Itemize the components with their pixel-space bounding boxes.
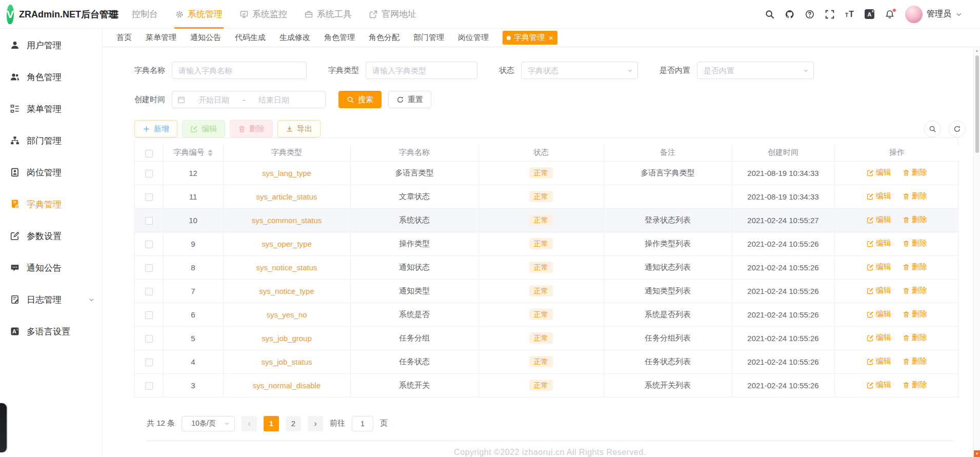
menu-fold-icon[interactable] <box>110 10 119 19</box>
table-row[interactable]: 4sys_job_status任务状态正常任务状态列表2021-02-24 10… <box>135 350 959 373</box>
row-checkbox[interactable] <box>145 382 153 390</box>
table-refresh-button[interactable] <box>949 121 966 137</box>
sidebar-item-角色管理[interactable]: 角色管理 <box>0 61 102 93</box>
sidebar-item-用户管理[interactable]: 用户管理 <box>0 29 102 61</box>
add-button[interactable]: 新增 <box>134 120 177 137</box>
scrollbar-thumb[interactable] <box>975 55 979 153</box>
scroll-up-arrow-icon[interactable]: ▲ <box>974 49 980 52</box>
tab-菜单管理[interactable]: 菜单管理 <box>146 33 176 43</box>
next-page-button[interactable]: › <box>308 416 323 431</box>
dict-type-link[interactable]: sys_oper_type <box>262 240 312 248</box>
table-row[interactable]: 11sys_article_status文章状态正常2021-08-19 10:… <box>135 185 959 208</box>
tab-字典管理[interactable]: 字典管理× <box>503 31 557 45</box>
table-row[interactable]: 9sys_oper_type操作类型正常操作类型列表2021-02-24 10:… <box>135 232 959 255</box>
delete-row-button[interactable]: 删除 <box>903 262 927 272</box>
delete-row-button[interactable]: 删除 <box>903 356 927 366</box>
tab-代码生成[interactable]: 代码生成 <box>235 33 266 43</box>
sidebar-item-通知公告[interactable]: 通知公告 <box>0 252 102 284</box>
builtin-select[interactable] <box>697 62 814 79</box>
topnav-item[interactable]: 系统监控 <box>231 0 296 29</box>
dict-type-link[interactable]: sys_lang_type <box>262 169 311 177</box>
sidebar-item-日志管理[interactable]: 日志管理 <box>0 284 102 315</box>
page-size-select[interactable] <box>182 416 235 431</box>
user-menu[interactable]: 管理员 <box>905 6 963 23</box>
row-checkbox[interactable] <box>145 359 153 366</box>
row-checkbox[interactable] <box>145 217 153 225</box>
row-checkbox[interactable] <box>145 335 153 343</box>
delete-row-button[interactable]: 删除 <box>903 286 927 295</box>
row-checkbox[interactable] <box>145 170 153 177</box>
edit-row-button[interactable]: 编辑 <box>867 286 891 295</box>
date-range-picker[interactable]: - <box>172 91 326 108</box>
row-checkbox[interactable] <box>145 311 153 319</box>
topnav-item[interactable]: 系统管理 <box>167 0 231 29</box>
sidebar-item-参数设置[interactable]: 参数设置 <box>0 220 102 252</box>
tab-角色分配[interactable]: 角色分配 <box>369 33 399 43</box>
dict-type-link[interactable]: sys_yes_no <box>266 310 307 319</box>
edit-row-button[interactable]: 编辑 <box>867 356 891 366</box>
app-logo-area[interactable]: V ZRAdmin.NET后台管理 <box>0 0 103 28</box>
delete-row-button[interactable]: 删除 <box>903 380 927 390</box>
sidebar-item-岗位管理[interactable]: 岗位管理 <box>0 156 102 188</box>
delete-row-button[interactable]: 删除 <box>903 239 927 248</box>
end-date-input[interactable] <box>247 95 301 104</box>
topnav-item[interactable]: 控制台 <box>123 0 167 29</box>
sidebar-item-字典管理[interactable]: 字典管理 <box>0 188 102 220</box>
edit-row-button[interactable]: 编辑 <box>867 380 891 390</box>
dict-type-link[interactable]: sys_notice_status <box>256 263 317 272</box>
table-row[interactable]: 12sys_lang_type多语言类型正常多语言字典类型2021-08-19 … <box>135 161 959 185</box>
tab-部门管理[interactable]: 部门管理 <box>413 33 444 43</box>
dict-type-link[interactable]: sys_normal_disable <box>253 381 321 390</box>
tab-岗位管理[interactable]: 岗位管理 <box>458 33 489 43</box>
tab-首页[interactable]: 首页 <box>116 33 132 43</box>
dict-type-link[interactable]: sys_common_status <box>252 216 322 225</box>
dict-type-input[interactable] <box>366 62 477 79</box>
search-button[interactable] <box>765 10 774 19</box>
start-date-input[interactable] <box>187 95 241 104</box>
help-button[interactable] <box>805 10 814 19</box>
font-size-button[interactable]: TT <box>845 10 854 18</box>
content-scrollbar[interactable]: ▲ ▼ <box>973 47 980 457</box>
table-search-button[interactable] <box>924 121 941 137</box>
dict-type-link[interactable]: sys_job_status <box>261 357 312 366</box>
dict-type-link[interactable]: sys_job_group <box>262 334 312 343</box>
row-checkbox[interactable] <box>145 193 153 201</box>
delete-row-button[interactable]: 删除 <box>903 215 927 225</box>
delete-row-button[interactable]: 删除 <box>903 333 927 343</box>
row-checkbox[interactable] <box>145 241 153 248</box>
status-select[interactable] <box>521 62 638 79</box>
delete-row-button[interactable]: 删除 <box>903 191 927 201</box>
goto-page-input[interactable] <box>352 416 373 431</box>
select-all-checkbox[interactable] <box>145 150 153 157</box>
edit-row-button[interactable]: 编辑 <box>867 215 891 225</box>
table-row[interactable]: 3sys_normal_disable系统开关正常系统开关列表2021-02-2… <box>135 373 959 397</box>
dict-name-input[interactable] <box>172 62 307 79</box>
dict-type-link[interactable]: sys_article_status <box>256 192 317 201</box>
search-button[interactable]: 搜索 <box>338 91 382 108</box>
tab-通知公告[interactable]: 通知公告 <box>190 33 221 43</box>
tab-角色管理[interactable]: 角色管理 <box>324 33 355 43</box>
edit-button[interactable]: 编辑 <box>182 120 225 137</box>
language-button[interactable]: Ax <box>865 9 874 19</box>
edit-row-button[interactable]: 编辑 <box>867 262 891 272</box>
notification-button[interactable] <box>885 10 894 19</box>
edit-row-button[interactable]: 编辑 <box>867 309 891 319</box>
table-row[interactable]: 5sys_job_group任务分组正常任务分组列表2021-02-24 10:… <box>135 326 959 350</box>
edit-row-button[interactable]: 编辑 <box>867 191 891 201</box>
tab-生成修改[interactable]: 生成修改 <box>279 33 310 43</box>
dict-type-link[interactable]: sys_notice_type <box>259 287 314 295</box>
drawer-handle[interactable] <box>0 403 7 452</box>
reset-button[interactable]: 重置 <box>388 91 431 108</box>
row-checkbox[interactable] <box>145 288 153 295</box>
table-row[interactable]: 7sys_notice_type通知类型正常通知类型列表2021-02-24 1… <box>135 279 959 303</box>
sort-icon[interactable] <box>208 149 213 156</box>
close-icon[interactable]: × <box>549 34 553 42</box>
edit-row-button[interactable]: 编辑 <box>867 168 891 177</box>
column-header[interactable]: 字典编号 <box>163 145 223 161</box>
topnav-item[interactable]: 官网地址 <box>361 0 425 29</box>
table-row[interactable]: 10sys_common_status系统状态正常登录状态列表2021-02-2… <box>135 208 959 232</box>
page-number-button[interactable]: 2 <box>286 416 301 431</box>
scroll-down-arrow-icon[interactable]: ▼ <box>974 450 980 457</box>
github-button[interactable] <box>785 10 794 19</box>
table-row[interactable]: 6sys_yes_no系统是否正常系统是否列表2021-02-24 10:55:… <box>135 303 959 326</box>
